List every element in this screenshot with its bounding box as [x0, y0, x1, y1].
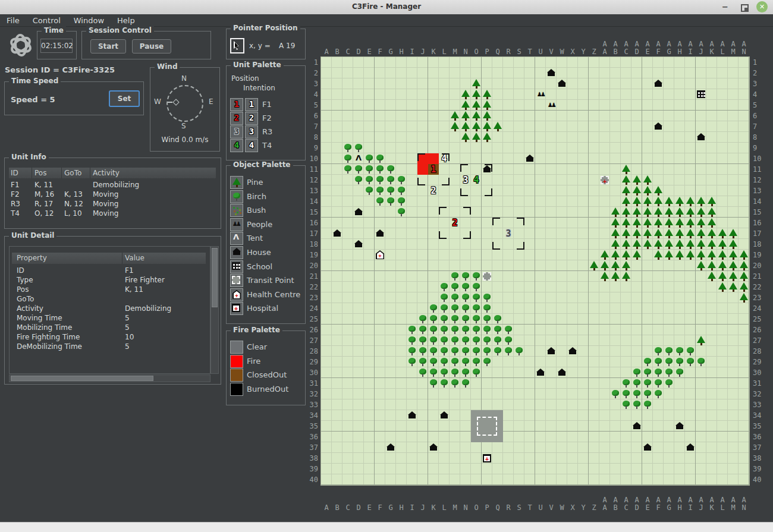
- menu-help[interactable]: Help: [111, 16, 142, 25]
- unit-info-cell[interactable]: Demobilizing: [93, 181, 139, 189]
- menu-window[interactable]: Window: [67, 16, 111, 25]
- hscroll-thumb[interactable]: [11, 376, 153, 381]
- unit-position-marker[interactable]: 1: [428, 164, 439, 175]
- birch-tree: [653, 378, 664, 389]
- unit-detail-cell[interactable]: GoTo: [17, 295, 34, 303]
- menu-file[interactable]: File: [0, 16, 26, 25]
- unit-palette-intention-icon[interactable]: 1: [245, 98, 258, 111]
- unit-info-cell[interactable]: K, 11: [34, 181, 53, 189]
- unit-detail-cell[interactable]: Fire Fighting Time: [17, 333, 80, 341]
- object-palette-icon-tent[interactable]: Λ: [230, 232, 243, 245]
- object-palette-icon-people[interactable]: ♟♟: [230, 218, 243, 231]
- object-palette-icon-birch[interactable]: [230, 190, 243, 203]
- unit-detail-vscrollbar[interactable]: [210, 246, 219, 374]
- unit-info-cell[interactable]: L, 10: [64, 209, 82, 218]
- fire-palette-label: ClosedOut: [247, 370, 287, 379]
- unit-palette-intention-icon[interactable]: 2: [245, 112, 258, 125]
- unit-detail-cell[interactable]: 5: [125, 323, 130, 332]
- unit-info-cell[interactable]: N, 12: [64, 200, 83, 208]
- object-palette-icon-health[interactable]: +: [230, 288, 243, 301]
- house-object: [546, 346, 557, 357]
- object-palette-icon-pine[interactable]: [230, 176, 243, 189]
- unit-detail-cell[interactable]: DeMobilizing Time: [17, 342, 82, 351]
- restore-button[interactable]: [741, 4, 749, 12]
- map-row-label-right: 30: [753, 369, 772, 377]
- birch-tree: [664, 357, 674, 367]
- birch-tree: [631, 378, 642, 389]
- pine-tree: [653, 218, 664, 228]
- unit-palette-intention-icon[interactable]: 4: [245, 139, 258, 152]
- unit-detail-cell[interactable]: 5: [125, 342, 130, 351]
- unit-position-marker[interactable]: 2: [450, 218, 460, 228]
- title-bar: C3Fire - Manager − ✕: [0, 0, 773, 15]
- unit-palette-position-icon[interactable]: 1: [230, 98, 243, 111]
- unit-info-cell[interactable]: R3: [11, 200, 20, 208]
- unit-palette-position-icon[interactable]: 3: [230, 125, 243, 138]
- unit-palette-position-icon[interactable]: 2: [230, 112, 243, 125]
- hospital-object: +: [482, 453, 492, 464]
- unit-intention-marker[interactable]: 3: [460, 175, 471, 185]
- unit-detail-cell[interactable]: F1: [125, 266, 134, 275]
- minimize-button[interactable]: −: [722, 3, 728, 11]
- set-button[interactable]: Set: [109, 90, 140, 107]
- pause-button[interactable]: Pause: [132, 39, 171, 53]
- time-speed-group: Time Speed Speed = 5 Set: [4, 81, 144, 115]
- fire-palette-swatch-burnedout[interactable]: [230, 383, 243, 396]
- object-palette-icon-house[interactable]: [230, 246, 243, 259]
- close-button[interactable]: ✕: [756, 1, 768, 12]
- fire-palette-swatch-clear[interactable]: [230, 341, 243, 354]
- unit-info-cell[interactable]: Moving: [93, 200, 118, 208]
- menu-control[interactable]: Control: [26, 16, 67, 25]
- object-palette-icon-bush[interactable]: [230, 204, 243, 217]
- fire-palette-swatch-closedout[interactable]: [230, 369, 243, 382]
- unit-detail-cell[interactable]: ID: [17, 266, 24, 275]
- fire-palette-swatch-fire[interactable]: [230, 355, 243, 368]
- unit-detail-cell[interactable]: Type: [17, 276, 33, 284]
- pine-tree: [642, 207, 653, 218]
- pine-tree: [610, 250, 621, 260]
- unit-detail-cell[interactable]: Mobilizing Time: [17, 323, 72, 332]
- pine-tree: [610, 228, 621, 239]
- map-row-label-right: 36: [753, 433, 772, 441]
- map-row-label-right: 33: [753, 401, 772, 409]
- unit-info-cell[interactable]: F1: [11, 181, 20, 189]
- unit-info-cell[interactable]: M, 16: [34, 190, 54, 199]
- object-palette-icon-hospital[interactable]: +: [230, 302, 243, 315]
- unit-detail-cell[interactable]: K, 11: [125, 285, 143, 294]
- unit-position-marker[interactable]: 3: [503, 228, 514, 239]
- birch-tree: [674, 367, 685, 378]
- unit-detail-cell[interactable]: 10: [125, 333, 134, 341]
- object-palette-icon-school[interactable]: [230, 260, 243, 273]
- pine-tree: [610, 207, 621, 218]
- unit-intention-marker[interactable]: 2: [428, 185, 439, 196]
- unit-info-cell[interactable]: T4: [11, 209, 20, 218]
- unit-info-cell[interactable]: K, 13: [64, 190, 83, 199]
- unit-detail-cell[interactable]: 5: [125, 314, 130, 322]
- unit-detail-header: PropertyValue: [12, 253, 206, 264]
- start-button[interactable]: Start: [90, 39, 126, 53]
- unit-palette-intention-icon[interactable]: 3: [245, 125, 258, 138]
- house-object: [642, 442, 653, 453]
- unit-detail-cell[interactable]: Activity: [17, 304, 43, 313]
- unit-info-cell[interactable]: R, 17: [34, 200, 53, 208]
- birch-tree: [439, 282, 450, 292]
- unit-detail-cell[interactable]: Moving Time: [17, 314, 62, 322]
- unit-info-col-header: ID: [11, 169, 18, 177]
- unit-palette-position-icon[interactable]: 4: [230, 139, 243, 152]
- unit-position-marker[interactable]: 4: [471, 175, 482, 185]
- unit-info-cell[interactable]: Moving: [93, 209, 118, 218]
- unit-detail-cell[interactable]: Fire Fighter: [125, 276, 165, 284]
- unit-detail-cell[interactable]: Pos: [17, 285, 29, 294]
- pine-tree: [706, 228, 717, 239]
- unit-detail-cell[interactable]: Demobilizing: [125, 304, 171, 313]
- object-palette-label: Hospital: [247, 304, 278, 313]
- unit-detail-hscrollbar[interactable]: [9, 374, 210, 382]
- map-row-label-left: 32: [299, 390, 318, 398]
- vscroll-thumb[interactable]: [212, 248, 218, 307]
- map-grid[interactable]: ♟♟♟♟Λ+++1234423: [321, 57, 749, 485]
- unit-info-cell[interactable]: O, 12: [34, 209, 54, 218]
- object-palette-icon-transit[interactable]: [230, 274, 243, 287]
- unit-info-cell[interactable]: F2: [11, 190, 20, 199]
- unit-info-cell[interactable]: Moving: [93, 190, 118, 199]
- unit-intention-marker[interactable]: 4: [439, 153, 450, 164]
